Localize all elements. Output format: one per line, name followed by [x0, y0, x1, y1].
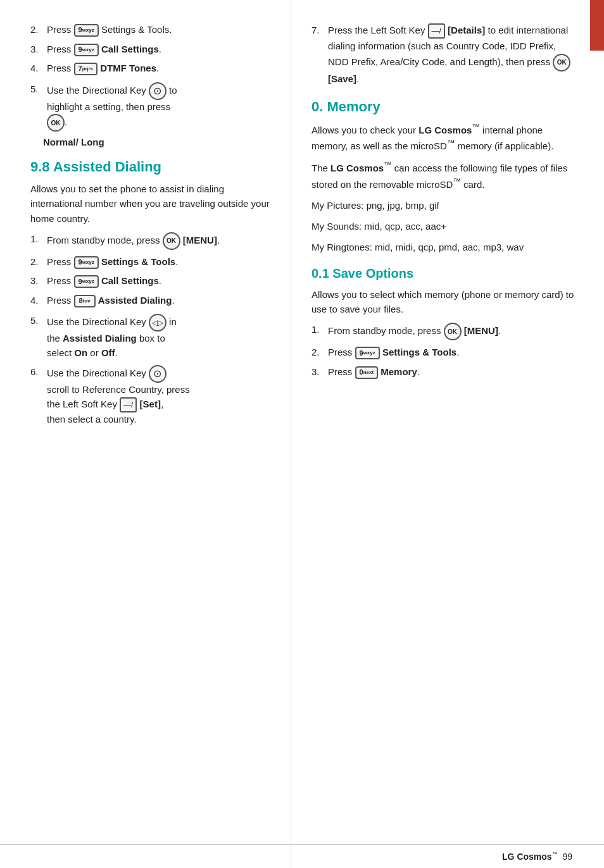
step-01-2: 2. Press 9wxyz Settings & Tools. [311, 345, 576, 360]
key-0next: 0next [355, 366, 379, 379]
top-steps: 2. Press 9wxyz Settings & Tools. 3. Pres… [30, 23, 273, 76]
section-0-pictures: My Pictures: png, jpg, bmp, gif [311, 198, 576, 213]
section-98-title: 9.8 Assisted Dialing [30, 159, 273, 175]
step-3: 3. Press 9wxyz Call Settings. [30, 42, 273, 57]
ok-key-4: OK [444, 323, 462, 340]
ok-key-3: OK [553, 54, 570, 71]
key-9wxyz-4: 9wxyz [74, 275, 99, 288]
step-5-top: 5. Use the Directional Key ⊙ to highligh… [30, 82, 273, 132]
step-98-6: 6. Use the Directional Key ⊙ scroll to R… [30, 365, 273, 426]
section-0-ringtones: My Ringtones: mid, midi, qcp, pmd, aac, … [311, 240, 576, 254]
step-01-1: 1. From standby mode, press OK [MENU]. [311, 323, 576, 340]
step-98-3: 3. Press 9wxyz Call Settings. [30, 274, 273, 288]
soft-key-set: —/ [120, 397, 137, 412]
section-0-para1: Allows you to check your LG Cosmos™ inte… [311, 121, 576, 154]
section-01-para: Allows you to select which memory (phone… [311, 287, 576, 317]
directional-key-3: ⊙ [149, 365, 167, 383]
section-01-title: 0.1 Save Options [311, 266, 576, 281]
step-98-1: 1. From standby mode, press OK [MENU]. [30, 232, 273, 250]
ok-key-2: OK [163, 232, 180, 250]
section-0-sounds: My Sounds: mid, qcp, acc, aac+ [311, 219, 576, 233]
section-98-steps: 1. From standby mode, press OK [MENU]. 2… [30, 232, 273, 308]
soft-key-details: —/ [428, 23, 445, 39]
right-column: 7. Press the Left Soft Key —/ [Details] … [291, 0, 604, 868]
step-01-3: 3. Press 0next Memory. [311, 365, 576, 380]
section-98-para: Allows you to set the phone to assist in… [30, 182, 273, 226]
key-9wxyz-1: 9wxyz [74, 24, 99, 37]
section-0-para2: The LG Cosmos™ can access the following … [311, 159, 576, 192]
page: 2. Press 9wxyz Settings & Tools. 3. Pres… [0, 0, 604, 868]
step-2: 2. Press 9wxyz Settings & Tools. [30, 23, 273, 37]
key-9wxyz-5: 9wxyz [355, 347, 380, 359]
section-01-steps: 1. From standby mode, press OK [MENU]. 2… [311, 323, 576, 379]
section-0-title: 0. Memory [311, 99, 576, 115]
step-98-2: 2. Press 9wxyz Settings & Tools. [30, 255, 273, 270]
step-98-4: 4. Press 8tuv Assisted Dialing. [30, 294, 273, 308]
step-4: 4. Press 7pqrs DTMF Tones. [30, 61, 273, 76]
step-98-5: 5. Use the Directional Key ◁▷ in the Ass… [30, 314, 273, 360]
key-9wxyz-2: 9wxyz [74, 44, 99, 56]
key-8tuv: 8tuv [74, 295, 96, 307]
footer: LG Cosmos™ 99 [0, 844, 604, 868]
directional-key-1: ⊙ [149, 82, 167, 100]
left-column: 2. Press 9wxyz Settings & Tools. 3. Pres… [0, 0, 291, 868]
step-7: 7. Press the Left Soft Key —/ [Details] … [311, 23, 576, 86]
key-9wxyz-3: 9wxyz [74, 256, 99, 269]
normal-long-label: Normal/ Long [43, 137, 273, 147]
ok-key-1: OK [47, 114, 65, 132]
directional-key-2: ◁▷ [149, 314, 167, 332]
bookmark-tab [590, 0, 604, 51]
key-7pqrs: 7pqrs [74, 63, 98, 75]
